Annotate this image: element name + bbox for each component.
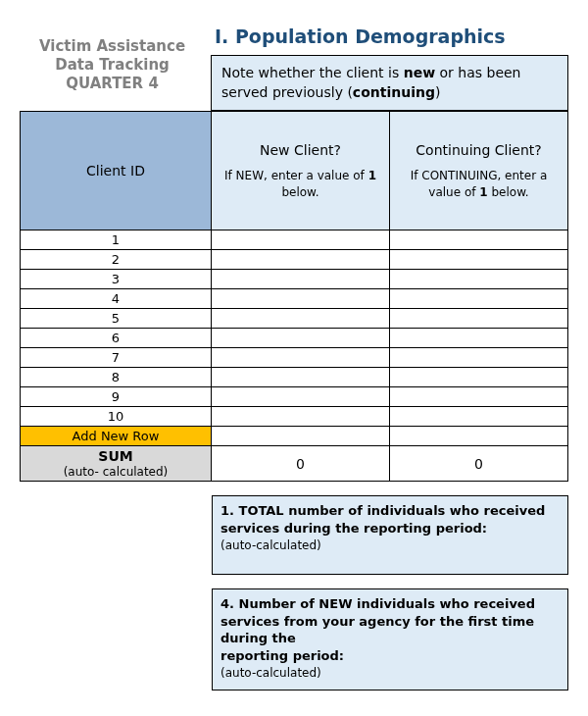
box1-auto-label: (auto-calculated) bbox=[220, 538, 321, 552]
box4-period: reporting period: bbox=[220, 648, 344, 663]
client-id-cell[interactable]: 5 bbox=[21, 309, 212, 329]
continuing-client-cell[interactable] bbox=[390, 309, 568, 329]
box1-text: TOTAL number of individuals who received… bbox=[220, 503, 545, 536]
note-text-pre: Note whether the client is bbox=[221, 65, 404, 80]
new-client-cell[interactable] bbox=[212, 230, 390, 250]
new-client-cell[interactable] bbox=[212, 250, 390, 270]
new-client-cell[interactable] bbox=[212, 309, 390, 329]
cont-client-sub-bold: 1 bbox=[479, 185, 487, 199]
sum-sub: (auto- calculated) bbox=[64, 465, 169, 479]
new-client-cell[interactable] bbox=[212, 289, 390, 309]
add-new-row-button[interactable]: Add New Row bbox=[21, 427, 212, 446]
new-client-cell[interactable] bbox=[212, 407, 390, 427]
new-individuals-box: 4. Number of NEW individuals who receive… bbox=[212, 588, 568, 690]
continuing-client-cell[interactable] bbox=[390, 407, 568, 427]
client-id-cell[interactable]: 1 bbox=[21, 230, 212, 250]
note-text-post: ) bbox=[435, 84, 440, 100]
sum-new-client: 0 bbox=[212, 446, 390, 482]
sum-row-label: SUM (auto- calculated) bbox=[21, 446, 212, 482]
new-client-question: New Client? bbox=[218, 140, 383, 160]
box4-text: Number of NEW individuals who received s… bbox=[220, 596, 535, 645]
col-header-continuing-client: Continuing Client? If CONTINUING, enter … bbox=[390, 112, 568, 230]
continuing-client-cell[interactable] bbox=[390, 289, 568, 309]
col-header-client-id: Client ID bbox=[21, 112, 212, 230]
col-header-new-client: New Client? If NEW, enter a value of 1 b… bbox=[212, 112, 390, 230]
table-cell[interactable] bbox=[390, 427, 568, 446]
client-id-cell[interactable]: 7 bbox=[21, 348, 212, 368]
new-client-cell[interactable] bbox=[212, 329, 390, 348]
section-heading: I. Population Demographics bbox=[211, 20, 568, 55]
new-client-cell[interactable] bbox=[212, 368, 390, 387]
client-id-cell[interactable]: 10 bbox=[21, 407, 212, 427]
doc-title-line3: QUARTER 4 bbox=[66, 75, 159, 92]
cont-client-question: Continuing Client? bbox=[396, 140, 562, 160]
client-id-cell[interactable]: 4 bbox=[21, 289, 212, 309]
instruction-note: Note whether the client is new or has be… bbox=[211, 55, 568, 111]
cont-client-sub-post: below. bbox=[488, 185, 529, 199]
box4-auto-label: (auto-calculated) bbox=[220, 666, 321, 680]
doc-title-line2: Data Tracking bbox=[55, 56, 170, 74]
new-client-cell[interactable] bbox=[212, 348, 390, 368]
table-cell[interactable] bbox=[212, 427, 390, 446]
note-bold-new: new bbox=[404, 65, 435, 80]
sum-bold: SUM bbox=[98, 448, 132, 464]
new-client-cell[interactable] bbox=[212, 387, 390, 407]
continuing-client-cell[interactable] bbox=[390, 270, 568, 289]
new-client-cell[interactable] bbox=[212, 270, 390, 289]
client-id-cell[interactable]: 3 bbox=[21, 270, 212, 289]
client-id-cell[interactable]: 9 bbox=[21, 387, 212, 407]
document-title: Victim Assistance Data Tracking QUARTER … bbox=[20, 20, 211, 111]
continuing-client-cell[interactable] bbox=[390, 387, 568, 407]
continuing-client-cell[interactable] bbox=[390, 368, 568, 387]
client-table: Client ID New Client? If NEW, enter a va… bbox=[20, 111, 568, 482]
total-individuals-box: 1. TOTAL number of individuals who recei… bbox=[212, 495, 568, 575]
note-bold-continuing: continuing bbox=[353, 84, 435, 100]
continuing-client-cell[interactable] bbox=[390, 348, 568, 368]
continuing-client-cell[interactable] bbox=[390, 329, 568, 348]
box4-number: 4. bbox=[220, 596, 239, 611]
client-id-cell[interactable]: 6 bbox=[21, 329, 212, 348]
continuing-client-cell[interactable] bbox=[390, 230, 568, 250]
client-id-cell[interactable]: 8 bbox=[21, 368, 212, 387]
new-client-sub-bold: 1 bbox=[368, 169, 376, 182]
client-id-cell[interactable]: 2 bbox=[21, 250, 212, 270]
new-client-sub-pre: If NEW, enter a value of bbox=[224, 169, 368, 182]
continuing-client-cell[interactable] bbox=[390, 250, 568, 270]
box1-number: 1. bbox=[220, 503, 239, 518]
new-client-sub-post: below. bbox=[281, 185, 318, 199]
sum-continuing-client: 0 bbox=[390, 446, 568, 482]
doc-title-line1: Victim Assistance bbox=[39, 37, 185, 55]
